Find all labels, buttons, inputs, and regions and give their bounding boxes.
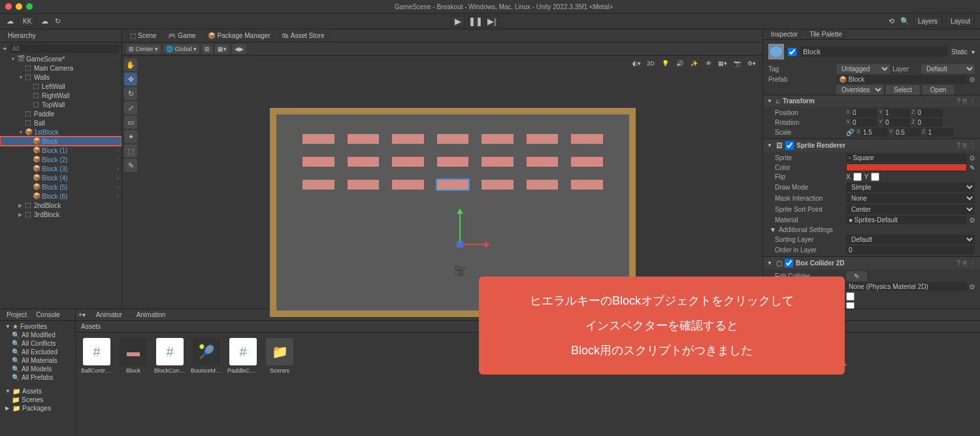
scale-tool[interactable]: ⤢ xyxy=(124,101,137,114)
add-icon[interactable]: + xyxy=(3,44,7,52)
asset-item[interactable]: ▬Block xyxy=(118,338,149,374)
space-dropdown[interactable]: 🌐 Global ▾ xyxy=(163,44,199,54)
overrides-dropdown[interactable]: Overrides xyxy=(836,85,883,95)
sprite-renderer-header[interactable]: ▼ 🖼 Sprite Renderer ?⎘⋮ xyxy=(763,139,980,152)
close-window-button[interactable] xyxy=(5,3,12,10)
prefab-value[interactable]: 📦 Block xyxy=(836,75,967,84)
increment-icon[interactable]: ◀▶ xyxy=(232,44,246,54)
flip-y[interactable] xyxy=(871,173,879,181)
menu-icon[interactable]: ⋮ xyxy=(970,97,976,105)
gameobject-icon[interactable] xyxy=(768,44,784,59)
cloud-sync-icon[interactable]: ☁ xyxy=(40,17,49,26)
flip-x[interactable] xyxy=(853,173,862,181)
scene-viewport[interactable]: ✋ ✥ ↻ ⤢ ▭ ✦ ⬚ ✎ ◐▾ 2D 💡 🔊 ✨ 👁 ▦▾ 📷 xyxy=(122,56,762,309)
position-z[interactable] xyxy=(917,109,943,117)
hierarchy-item[interactable]: ▼⬚Walls xyxy=(0,73,122,82)
search-all-prefabs[interactable]: 🔍 All Prefabs xyxy=(3,373,73,382)
gizmo-center[interactable] xyxy=(457,241,463,248)
tab-project[interactable]: Project xyxy=(3,310,31,320)
asset-item[interactable]: 🎾BounceMa... xyxy=(191,338,222,374)
play-button[interactable]: ▶ xyxy=(451,16,465,27)
asset-item[interactable]: #BlockCont... xyxy=(154,338,186,374)
history-icon[interactable]: ↻ xyxy=(53,17,62,26)
hierarchy-item[interactable]: ⬚RightWall xyxy=(0,91,122,100)
position-y[interactable] xyxy=(884,109,910,117)
hierarchy-item[interactable]: ⬚Paddle xyxy=(0,109,122,118)
asset-item[interactable]: 📁Scenes xyxy=(264,338,295,374)
collider-tool[interactable]: ⬚ xyxy=(124,144,137,158)
box-collider-header[interactable]: ▼ ▢ Box Collider 2D ?⎘⋮ xyxy=(763,257,980,269)
sprite-renderer-enabled[interactable] xyxy=(785,141,794,150)
tab-asset-store[interactable]: 🛍Asset Store xyxy=(277,31,330,41)
mask-interaction-dropdown[interactable]: None xyxy=(846,193,975,203)
used-by-effector-checkbox[interactable] xyxy=(846,302,855,309)
rotate-tool[interactable]: ↻ xyxy=(124,87,137,100)
hierarchy-search[interactable] xyxy=(9,44,119,53)
tab-tile-palette[interactable]: Tile Palette xyxy=(804,29,847,39)
transform-tool[interactable]: ✦ xyxy=(124,130,137,143)
tab-console[interactable]: Console xyxy=(32,310,64,320)
fx-icon[interactable]: ✨ xyxy=(688,58,700,69)
prefab-open-button[interactable]: Open xyxy=(923,85,954,95)
static-dropdown-icon[interactable]: ▾ xyxy=(972,48,975,56)
gameobject-name-field[interactable] xyxy=(800,46,947,57)
step-button[interactable]: ▶| xyxy=(485,16,499,27)
gizmo-y-axis[interactable] xyxy=(459,209,461,245)
rotation-y[interactable] xyxy=(884,118,910,127)
gameobject-active-checkbox[interactable] xyxy=(788,48,796,56)
scene-canvas[interactable]: ◐▾ 2D 💡 🔊 ✨ 👁 ▦▾ 📷 ⚙▾ xyxy=(139,56,762,309)
search-all-models[interactable]: 🔍 All Models xyxy=(3,365,73,373)
favorites-folder[interactable]: ▼★ Favorites xyxy=(3,322,73,331)
view-tool[interactable]: ✋ xyxy=(124,58,137,71)
mode-2d-toggle[interactable]: 2D xyxy=(645,58,657,69)
packages-folder[interactable]: ▶📁 Packages xyxy=(3,404,73,412)
gizmo-x-axis[interactable] xyxy=(461,244,489,245)
hierarchy-tab[interactable]: Hierarchy xyxy=(4,31,40,41)
hierarchy-item[interactable]: ▶⬚2ndBlock xyxy=(0,201,122,210)
material-field[interactable]: ● Sprites-Default xyxy=(846,216,967,224)
audio-icon[interactable]: 🔊 xyxy=(674,58,685,69)
gizmos-icon[interactable]: ⚙▾ xyxy=(745,58,757,69)
scale-x[interactable] xyxy=(862,128,888,137)
hierarchy-item[interactable]: 📦Block› xyxy=(0,137,122,146)
hierarchy-item[interactable]: ▼🎬GameScene* xyxy=(0,54,122,63)
move-tool[interactable]: ✥ xyxy=(124,73,137,86)
camera-icon[interactable]: 📷 xyxy=(731,58,743,69)
color-field[interactable] xyxy=(846,163,967,171)
hierarchy-item[interactable]: 📦Block (2)› xyxy=(0,155,122,164)
hierarchy-item[interactable]: 📦Block (3)› xyxy=(0,164,122,173)
hierarchy-item[interactable]: 📦Block (5)› xyxy=(0,182,122,192)
account-dropdown[interactable]: KK xyxy=(18,16,36,27)
maximize-window-button[interactable] xyxy=(26,3,33,10)
tab-animation[interactable]: Animation xyxy=(133,310,169,320)
link-icon[interactable]: 🔗 xyxy=(846,129,854,136)
hidden-icon[interactable]: 👁 xyxy=(702,58,714,69)
minimize-window-button[interactable] xyxy=(16,3,22,10)
transform-header[interactable]: ▼ ⟀ Transform ?⎘⋮ xyxy=(763,95,980,107)
tab-package-manager[interactable]: 📦Package Manager xyxy=(203,31,276,41)
sprite-field[interactable]: ▫ Square xyxy=(846,154,967,162)
prefab-select-button[interactable]: Select xyxy=(886,85,920,95)
add-asset-icon[interactable]: +▾ xyxy=(78,311,86,318)
shading-dropdown[interactable]: ◐▾ xyxy=(630,58,642,69)
hierarchy-item[interactable]: ▼📦1stBlock xyxy=(0,127,122,137)
tag-dropdown[interactable]: Untagged xyxy=(836,64,890,74)
search-all-modified[interactable]: 🔍 All Modified xyxy=(3,331,73,339)
order-in-layer-field[interactable] xyxy=(846,246,975,254)
undo-icon[interactable]: ⟲ xyxy=(887,17,896,26)
snap-icon[interactable]: ⊞ xyxy=(202,44,212,54)
tab-scene[interactable]: ⬚Scene xyxy=(125,31,161,41)
box-collider-enabled[interactable] xyxy=(785,259,793,267)
physics-material-field[interactable]: None (Physics Material 2D) xyxy=(846,282,967,291)
search-all-excluded[interactable]: 🔍 All Excluded xyxy=(3,348,73,356)
pause-button[interactable]: ❚❚ xyxy=(468,16,482,27)
edit-collider-button[interactable]: ✎ xyxy=(846,271,867,281)
help-icon[interactable]: ? xyxy=(956,97,960,105)
hierarchy-item[interactable]: ⬚Ball xyxy=(0,118,122,127)
assets-folder[interactable]: ▼📁 Assets xyxy=(3,387,73,395)
layout-dropdown[interactable]: Layout xyxy=(946,16,975,27)
custom-tool[interactable]: ✎ xyxy=(124,159,137,172)
prefab-open-icon[interactable]: ⊙ xyxy=(970,76,975,83)
hierarchy-item[interactable]: ⬚Main Camera xyxy=(0,63,122,73)
lighting-icon[interactable]: 💡 xyxy=(659,58,671,69)
